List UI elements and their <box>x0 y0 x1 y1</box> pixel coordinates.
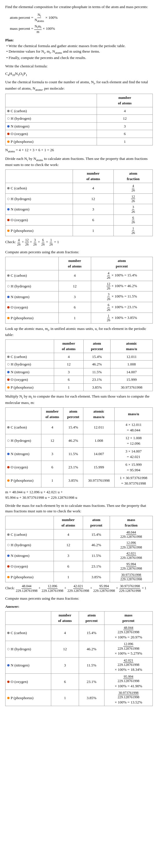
atoms-nitrogen: 3 <box>51 657 79 674</box>
massfrac-carbon: 48.044229.128761998 <box>110 529 153 540</box>
table5-col4: atomicmass/u <box>83 407 115 421</box>
dot-carbon <box>7 274 9 277</box>
dot-hydrogen <box>7 198 9 200</box>
table5-col3: atompercent <box>63 407 83 421</box>
atoms-nitrogen: 3 <box>97 122 153 130</box>
table1: numberof atoms C (carbon) 4 H (hydrogen)… <box>5 94 153 146</box>
atompct-hydrogen: 1226 × 100% = 46.2% <box>91 281 153 291</box>
atoms-hydrogen: 12 <box>51 641 79 657</box>
dot-carbon <box>7 355 9 358</box>
table6: numberof atoms atompercent massfraction … <box>5 516 153 583</box>
table3: numberof atoms atompercent C (carbon) 4 … <box>5 257 153 323</box>
table5-desc: Multiply Ni by mi to compute the mass fo… <box>5 394 153 405</box>
element-hydrogen: H (hydrogen) <box>5 540 54 551</box>
atoms-oxygen: 6 <box>54 561 83 571</box>
plan-item-1: • Write the chemical formula and gather … <box>6 43 153 49</box>
table-row: P (phosphorus) 1 126 <box>5 225 153 236</box>
table1-desc: Use the chemical formula to count the nu… <box>5 79 153 92</box>
dot-hydrogen <box>7 117 9 120</box>
element-phosphorus: P (phosphorus) <box>5 571 54 582</box>
atoms-hydrogen: 12 <box>59 281 91 291</box>
dot-nitrogen <box>7 453 9 455</box>
dot-hydrogen <box>7 439 9 442</box>
massfrac-oxygen: 95.994229.128761998 <box>110 561 153 571</box>
atoms-phosphorus: 1 <box>54 571 83 582</box>
atompct-oxygen: 23.1% <box>83 561 110 571</box>
mass-hydrogen: 1.008 <box>83 434 115 447</box>
atompct-nitrogen: 11.5% <box>84 368 110 376</box>
dot-nitrogen <box>7 208 9 211</box>
atoms-oxygen: 6 <box>51 674 79 690</box>
element-carbon: C (carbon) <box>5 353 54 361</box>
dot-oxygen <box>7 466 9 468</box>
element-carbon: C (carbon) <box>5 529 54 540</box>
atoms-carbon: 4 <box>54 353 83 361</box>
table2-desc: Divide each Ni by Natoms to calculate at… <box>5 156 153 168</box>
table4: numberof atoms atompercent atomicmass/u … <box>5 339 153 392</box>
mass-phosphorus: 30.973761998 <box>83 474 115 487</box>
table-row: H (hydrogen) 12 46.2% 12.096229.12876199… <box>5 641 153 657</box>
atoms-phosphorus: 1 <box>51 690 79 706</box>
element-hydrogen: H (hydrogen) <box>5 193 73 204</box>
answer-desc: Compute mass percents using the mass fra… <box>5 596 153 601</box>
atompct-carbon: 15.4% <box>83 529 110 540</box>
table3-col2: numberof atoms <box>59 257 91 270</box>
dot-nitrogen <box>7 125 9 127</box>
element-hydrogen: H (hydrogen) <box>5 361 54 368</box>
atompct-hydrogen: 46.2% <box>83 540 110 551</box>
table-row: C (carbon) 4 <box>5 107 153 115</box>
dot-phosphorus <box>7 479 9 482</box>
atoms-carbon: 4 <box>54 529 83 540</box>
table-row: P (phosphorus) 1 3.85% 30.973761998229.1… <box>5 690 153 706</box>
dot-hydrogen <box>7 285 9 287</box>
plan-item-2: • Determine values for Ni, mi, Natoms an… <box>6 49 153 55</box>
dot-hydrogen <box>7 544 9 546</box>
dot-phosphorus <box>7 576 9 578</box>
table6-desc: Divide the mass for each element by m to… <box>5 503 153 514</box>
atoms-carbon: 4 <box>73 183 114 193</box>
masspct-hydrogen: 12.096229.128761998× 100% = 5.279% <box>104 641 153 657</box>
table-row: O (oxygen) 6 23.1% 15.999 6 × 15.999= 95… <box>5 461 153 474</box>
table-row: O (oxygen) 6 23.1% 95.994229.128761998× … <box>5 674 153 690</box>
table-row: C (carbon) 4 15.4% 12.011 4 × 12.011= 48… <box>5 421 153 434</box>
dot-oxygen <box>7 306 9 309</box>
atoms-nitrogen: 3 <box>54 368 83 376</box>
element-carbon: C (carbon) <box>5 421 41 434</box>
element-hydrogen: H (hydrogen) <box>5 434 41 447</box>
frac-hydrogen: 1226 <box>114 193 153 204</box>
table3-desc: Compute atom percents using the atom fra… <box>5 249 153 255</box>
table4-col2: numberof atoms <box>54 339 83 353</box>
table-row: P (phosphorus) 1 3.85% 30.973761998229.1… <box>5 571 153 582</box>
atoms-carbon: 4 <box>97 107 153 115</box>
atoms-phosphorus: 1 <box>54 383 83 391</box>
mass-oxygen: 15.999 <box>110 376 153 384</box>
table-row: C (carbon) 4 15.4% 12.011 <box>5 353 153 361</box>
table6-check: Check: 48.044229.128761998 + 12.096229.1… <box>5 584 153 593</box>
mass-carbon: 12.011 <box>83 421 115 434</box>
table5-col5: mass/u <box>115 407 153 421</box>
table-row: O (oxygen) 6 <box>5 130 153 138</box>
atoms-hydrogen: 12 <box>41 434 63 447</box>
table-row: H (hydrogen) 12 46.2% 1.008 <box>5 361 153 368</box>
atompct-oxygen: 23.1% <box>63 461 83 474</box>
frac-nitrogen: 326 <box>114 204 153 215</box>
m-equation: m = 48.044 u + 12.096 u + 42.021 u + 95.… <box>5 489 153 500</box>
dot-phosphorus <box>7 697 9 699</box>
table-row: C (carbon) 4 15.4% 48.044229.128761998 <box>5 529 153 540</box>
answer-table: numberof atoms atompercent masspercent C… <box>5 611 153 706</box>
mass-percent-formula: mass percent = Nimim × 100% <box>10 24 153 34</box>
frac-phosphorus: 126 <box>114 225 153 236</box>
atompct-nitrogen: 11.5% <box>79 657 104 674</box>
atoms-carbon: 4 <box>41 421 63 434</box>
table-row: N (nitrogen) 3 11.5% 14.007 3 × 14.007= … <box>5 447 153 461</box>
dot-carbon <box>7 426 9 429</box>
dot-nitrogen <box>7 296 9 298</box>
atompct-nitrogen: 11.5% <box>83 551 110 561</box>
atompct-nitrogen: 326 × 100% = 11.5% <box>91 291 153 302</box>
masspct-nitrogen: 42.021229.128761998× 100% = 18.34% <box>104 657 153 674</box>
table-row: H (hydrogen) 12 46.2% 1.008 12 × 1.008= … <box>5 434 153 447</box>
atompct-phosphorus: 126 × 100% = 3.85% <box>91 313 153 323</box>
dot-carbon <box>7 632 9 634</box>
table-row: C (carbon) 4 426 × 100% = 15.4% <box>5 270 153 281</box>
masscalc-oxygen: 6 × 15.999= 95.994 <box>115 461 153 474</box>
